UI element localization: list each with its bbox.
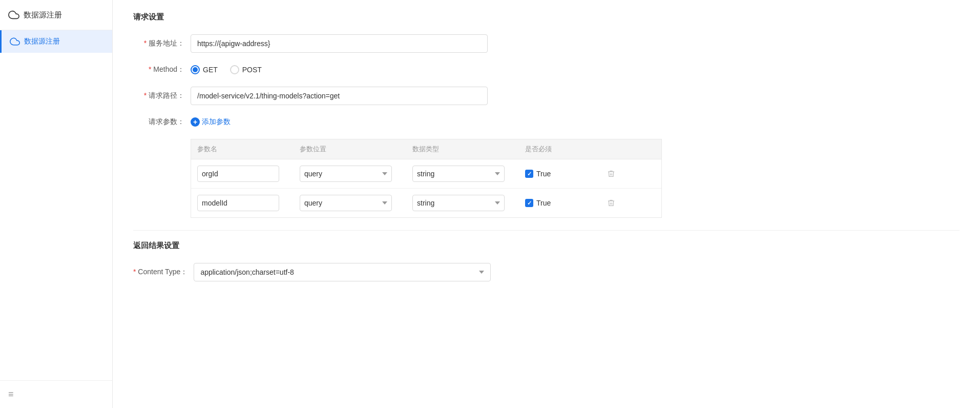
service-url-input[interactable] bbox=[191, 34, 488, 53]
required-checkbox-1[interactable]: ✓ bbox=[525, 170, 533, 178]
param-position-select-2[interactable]: query path header body bbox=[300, 195, 392, 211]
post-label: POST bbox=[242, 66, 262, 74]
params-table: 参数名 参数位置 数据类型 是否必须 query path header bod… bbox=[191, 139, 662, 218]
col-param-position: 参数位置 bbox=[300, 145, 412, 154]
sidebar: 数据源注册 数据源注册 ≡ bbox=[0, 0, 113, 408]
table-row: query path header body string integer nu… bbox=[191, 189, 661, 217]
required-star-method: * bbox=[149, 65, 151, 73]
service-url-row: * 服务地址： bbox=[133, 34, 960, 53]
check-icon-2: ✓ bbox=[527, 200, 532, 206]
required-star-url: * bbox=[144, 39, 147, 47]
param-type-cell-1: string integer number boolean bbox=[412, 166, 525, 182]
request-section-title: 请求设置 bbox=[133, 12, 960, 22]
result-section-title: 返回结果设置 bbox=[133, 241, 960, 251]
delete-icon-2 bbox=[607, 199, 615, 207]
service-url-label: * 服务地址： bbox=[133, 39, 184, 48]
request-params-label: 请求参数： bbox=[133, 117, 184, 127]
required-star-content-type: * bbox=[133, 268, 136, 276]
param-delete-cell-1 bbox=[607, 170, 638, 178]
param-required-cell-2: ✓ True bbox=[525, 199, 607, 207]
param-position-cell-2: query path header body bbox=[300, 195, 412, 211]
param-position-select-1[interactable]: query path header body bbox=[300, 166, 392, 182]
method-post-option[interactable]: POST bbox=[230, 65, 262, 74]
section-divider bbox=[133, 230, 960, 231]
param-name-cell-1 bbox=[197, 166, 300, 182]
params-table-header: 参数名 参数位置 数据类型 是否必须 bbox=[191, 139, 662, 159]
required-checkbox-2[interactable]: ✓ bbox=[525, 199, 533, 207]
param-name-input-1[interactable] bbox=[197, 166, 279, 182]
method-get-option[interactable]: GET bbox=[191, 65, 218, 74]
param-required-cell-1: ✓ True bbox=[525, 170, 607, 178]
sidebar-header: 数据源注册 bbox=[0, 0, 112, 30]
add-param-icon: + bbox=[191, 117, 200, 127]
collapse-icon-area: ≡ bbox=[8, 389, 104, 400]
datasource-icon bbox=[10, 36, 20, 47]
request-path-row: * 请求路径： bbox=[133, 87, 960, 105]
request-params-row: 请求参数： + 添加参数 bbox=[133, 117, 960, 127]
sidebar-header-label: 数据源注册 bbox=[24, 10, 62, 20]
cloud-icon bbox=[8, 9, 19, 21]
post-radio-circle bbox=[230, 65, 239, 74]
sidebar-nav: 数据源注册 bbox=[0, 30, 112, 380]
delete-param-button-1[interactable] bbox=[607, 170, 615, 178]
param-type-select-1[interactable]: string integer number boolean bbox=[412, 166, 505, 182]
request-path-input[interactable] bbox=[191, 87, 488, 105]
param-name-cell-2 bbox=[197, 195, 300, 211]
get-label: GET bbox=[203, 66, 218, 74]
col-required: 是否必须 bbox=[525, 145, 607, 154]
delete-param-button-2[interactable] bbox=[607, 199, 615, 207]
add-param-button[interactable]: + 添加参数 bbox=[191, 117, 231, 127]
param-type-select-2[interactable]: string integer number boolean bbox=[412, 195, 505, 211]
param-name-input-2[interactable] bbox=[197, 195, 279, 211]
get-radio-dot bbox=[193, 67, 198, 72]
content-type-row: * Content Type： application/json;charset… bbox=[133, 263, 960, 281]
method-label: * Method： bbox=[133, 65, 184, 74]
content-type-label: * Content Type： bbox=[133, 268, 187, 277]
content-type-select[interactable]: application/json;charset=utf-8 applicati… bbox=[194, 263, 491, 281]
delete-icon-1 bbox=[607, 170, 615, 178]
add-param-label: 添加参数 bbox=[202, 117, 231, 127]
sidebar-item-datasource-reg[interactable]: 数据源注册 bbox=[0, 30, 112, 53]
required-label-1: True bbox=[536, 170, 551, 178]
param-type-cell-2: string integer number boolean bbox=[412, 195, 525, 211]
sidebar-collapse[interactable]: ≡ bbox=[0, 380, 112, 408]
method-row: * Method： GET POST bbox=[133, 65, 960, 74]
collapse-icon: ≡ bbox=[8, 389, 14, 400]
col-param-name: 参数名 bbox=[197, 145, 300, 154]
required-label-2: True bbox=[536, 199, 551, 207]
request-path-label: * 请求路径： bbox=[133, 91, 184, 100]
required-star-path: * bbox=[144, 91, 147, 99]
get-radio-circle bbox=[191, 65, 200, 74]
table-row: query path header body string integer nu… bbox=[191, 159, 661, 189]
col-data-type: 数据类型 bbox=[412, 145, 525, 154]
col-actions bbox=[607, 145, 638, 154]
check-icon-1: ✓ bbox=[527, 171, 532, 177]
main-content: 请求设置 * 服务地址： * Method： GET POST * bbox=[113, 0, 980, 408]
method-radio-group: GET POST bbox=[191, 65, 262, 74]
params-table-body: query path header body string integer nu… bbox=[191, 159, 662, 218]
param-delete-cell-2 bbox=[607, 199, 638, 207]
sidebar-item-label: 数据源注册 bbox=[24, 37, 60, 46]
param-position-cell-1: query path header body bbox=[300, 166, 412, 182]
